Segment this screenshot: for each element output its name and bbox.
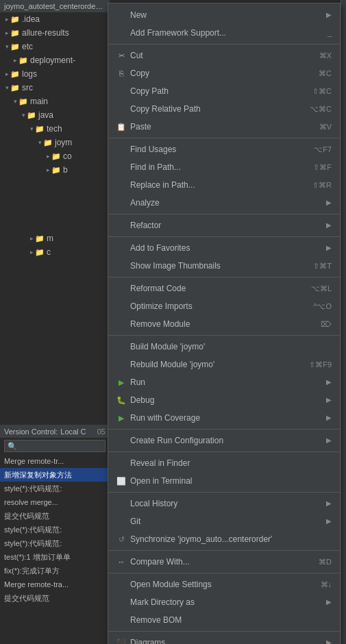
vc-item-1[interactable]: 新增深复制对象方法 [0, 468, 110, 482]
vc-item-3[interactable]: resolve merge... [0, 495, 110, 509]
folder-icon: 📁 [35, 246, 45, 258]
mark-dir-arrow-icon: ▶ [326, 595, 332, 609]
tree-item-java[interactable]: ▾ 📁 java [0, 108, 109, 122]
menu-item-find-path[interactable]: Find in Path... ⇧⌘F [108, 158, 340, 176]
menu-item-cut[interactable]: ✂ Cut ⌘X [108, 47, 340, 64]
menu-item-favorites[interactable]: Add to Favorites ▶ [108, 239, 340, 257]
menu-item-copy-path[interactable]: Copy Path ⇧⌘C [108, 82, 340, 100]
run-config-arrow-icon: ▶ [326, 434, 332, 447]
tree-item-co[interactable]: ▸ 📁 co [0, 149, 109, 163]
tree-item-allure[interactable]: ▸ 📁 allure-results [0, 26, 109, 40]
vc-item-9[interactable]: Merge remote-tra... [0, 578, 110, 591]
submenu-arrow-icon: ▶ [326, 8, 332, 22]
menu-item-git[interactable]: Git ▶ [108, 512, 340, 530]
separator-2 [108, 138, 340, 138]
copy-icon: ⎘ [116, 66, 126, 80]
vc-tab[interactable]: Local C [60, 428, 86, 436]
separator-10 [108, 550, 340, 551]
menu-item-add-framework[interactable]: Add Framework Support... _ [108, 24, 340, 42]
run-icon: ▶ [116, 375, 126, 389]
menu-item-reformat[interactable]: Reformat Code ⌥⌘L [108, 280, 340, 297]
vc-item-2[interactable]: style(*):代码规范: [0, 482, 110, 495]
separator-5 [108, 277, 340, 277]
cut-icon: ✂ [116, 49, 126, 62]
folder-icon: 📁 [10, 68, 20, 80]
menu-item-run-config[interactable]: Create Run Configuration ▶ [108, 432, 340, 449]
arrow-icon: ▸ [30, 232, 34, 245]
tree-header: joymo_autotest_centerorder [joymo] – ~/I… [0, 0, 109, 12]
menu-item-replace-path[interactable]: Replace in Path... ⇧⌘R [108, 176, 340, 194]
arrow-icon: ▸ [47, 150, 50, 162]
vc-header: Version Control: Local C 05 [0, 425, 110, 438]
menu-item-remove-bom[interactable]: Remove BOM [108, 611, 340, 629]
vc-item-0[interactable]: Merge remote-tr... [0, 454, 110, 468]
tree-item-joym[interactable]: ▾ 📁 joym [0, 136, 109, 149]
folder-icon: 📁 [35, 232, 45, 245]
diagrams-arrow-icon: ▶ [326, 636, 332, 644]
separator-12 [108, 631, 340, 632]
vc-item-5[interactable]: style(*):代码规范: [0, 523, 110, 536]
separator-11 [108, 573, 340, 573]
menu-item-copy[interactable]: ⎘ Copy ⌘C [108, 64, 340, 82]
terminal-icon: ⬜ [116, 474, 126, 488]
debug-arrow-icon: ▶ [326, 393, 332, 407]
tree-item-c[interactable]: ▸ 📁 c [0, 245, 109, 259]
separator-4 [108, 236, 340, 237]
menu-item-mark-directory[interactable]: Mark Directory as ▶ [108, 593, 340, 611]
menu-item-local-history[interactable]: Local History ▶ [108, 495, 340, 512]
arrow-icon: ▾ [5, 40, 9, 53]
folder-icon: 📁 [18, 95, 28, 108]
menu-item-terminal[interactable]: ⬜ Open in Terminal [108, 472, 340, 490]
arrow-icon: ▸ [14, 54, 17, 66]
menu-item-refactor[interactable]: Refactor ▶ [108, 216, 340, 234]
vc-number: 05 [97, 428, 106, 436]
menu-item-new[interactable]: New ▶ [108, 6, 340, 24]
vc-item-8[interactable]: fix(*):完成订单方 [0, 564, 110, 578]
separator-6 [108, 335, 340, 336]
version-control-panel: Version Control: Local C 05 Merge remote… [0, 425, 110, 644]
menu-item-debug[interactable]: 🐛 Debug ▶ [108, 391, 340, 409]
folder-icon: 📁 [10, 82, 20, 94]
refactor-arrow-icon: ▶ [326, 219, 332, 232]
arrow-icon: ▸ [5, 13, 9, 25]
vc-item-4[interactable]: 提交代码规范 [0, 509, 110, 523]
menu-item-thumbnails[interactable]: Show Image Thumbnails ⇧⌘T [108, 257, 340, 275]
git-arrow-icon: ▶ [326, 515, 332, 528]
tree-item-etc[interactable]: ▾ 📁 etc [0, 40, 109, 53]
tree-item-main[interactable]: ▾ 📁 main [0, 95, 109, 108]
menu-item-coverage[interactable]: ▶ Run with Coverage ▶ [108, 409, 340, 427]
menu-item-optimize[interactable]: Optimize Imports ^⌥O [108, 297, 340, 315]
tree-item-logs[interactable]: ▸ 📁 logs [0, 67, 109, 81]
vc-search-input[interactable] [4, 440, 106, 452]
tree-item-tech[interactable]: ▾ 📁 tech [0, 122, 109, 136]
menu-item-analyze[interactable]: Analyze ▶ [108, 194, 340, 212]
menu-item-compare[interactable]: ↔ Compare With... ⌘D [108, 553, 340, 571]
menu-item-build[interactable]: Build Module 'joymo' [108, 338, 340, 356]
menu-item-copy-relative[interactable]: Copy Relative Path ⌥⌘C [108, 100, 340, 118]
menu-item-find-usages[interactable]: Find Usages ⌥F7 [108, 140, 340, 158]
arrow-icon: ▾ [22, 109, 25, 121]
tree-item-idea[interactable]: ▸ 📁 .idea [0, 12, 109, 26]
arrow-icon: ▸ [5, 68, 9, 80]
separator-8 [108, 451, 340, 452]
tree-item-m[interactable]: ▸ 📁 m [0, 232, 109, 245]
vc-search-area [0, 438, 110, 454]
tree-item-src[interactable]: ▾ 📁 src [0, 81, 109, 95]
sync-icon: ↺ [116, 532, 126, 546]
tree-item-b[interactable]: ▸ 📁 b [0, 163, 109, 177]
menu-item-reveal[interactable]: Reveal in Finder [108, 454, 340, 472]
menu-item-synchronize[interactable]: ↺ Synchronize 'joymo_auto...centerorder' [108, 530, 340, 548]
folder-icon: 📁 [51, 150, 61, 162]
menu-item-rebuild[interactable]: Rebuild Module 'joymo' ⇧⌘F9 [108, 356, 340, 373]
folder-icon: 📁 [10, 40, 20, 53]
vc-item-10[interactable]: 提交代码规范 [0, 591, 110, 605]
menu-item-run[interactable]: ▶ Run ▶ [108, 373, 340, 391]
menu-item-remove-module[interactable]: Remove Module ⌦ [108, 315, 340, 333]
vc-item-6[interactable]: style(*):代码规范: [0, 536, 110, 550]
coverage-icon: ▶ [116, 411, 126, 425]
menu-item-diagrams[interactable]: ⬛ Diagrams ▶ [108, 634, 340, 644]
vc-item-7[interactable]: test(*):1 增加订单单 [0, 550, 110, 564]
menu-item-module-settings[interactable]: Open Module Settings ⌘↓ [108, 575, 340, 593]
tree-item-deployment[interactable]: ▸ 📁 deployment- [0, 53, 109, 67]
menu-item-paste[interactable]: 📋 Paste ⌘V [108, 118, 340, 136]
